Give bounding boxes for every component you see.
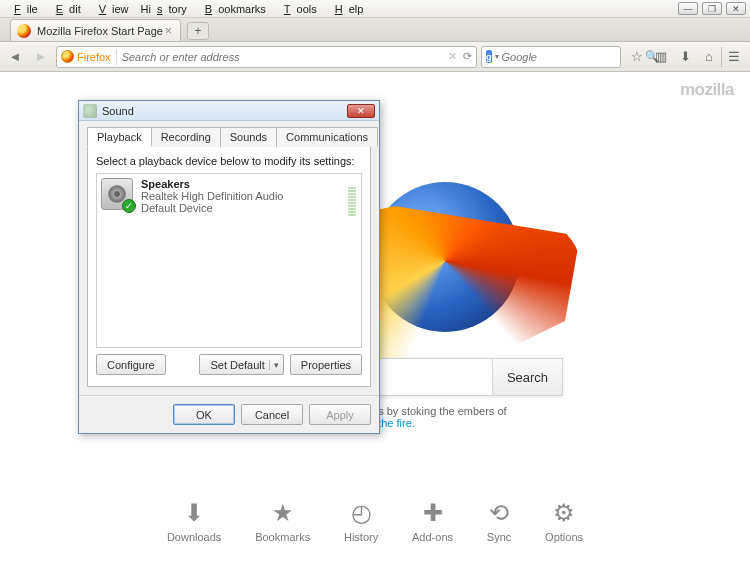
tab-playback[interactable]: Playback xyxy=(87,127,152,147)
dialog-tabs: Playback Recording Sounds Communications xyxy=(87,127,371,147)
ql-options[interactable]: ⚙Options xyxy=(545,499,583,543)
menu-edit[interactable]: Edit xyxy=(44,2,87,16)
google-engine-icon[interactable]: g xyxy=(486,50,492,63)
device-status: Default Device xyxy=(141,202,283,214)
sound-titlebar-icon xyxy=(83,104,97,118)
new-tab-button[interactable]: + xyxy=(187,22,209,40)
ok-button[interactable]: OK xyxy=(173,404,235,425)
tab-communications[interactable]: Communications xyxy=(276,127,378,147)
sound-dialog: Sound ✕ Playback Recording Sounds Commun… xyxy=(78,100,380,434)
star-icon: ★ xyxy=(272,499,294,527)
forward-button[interactable]: ► xyxy=(30,46,52,68)
quick-links: ⬇Downloads ★Bookmarks ◴History ✚Add-ons … xyxy=(150,499,600,543)
cancel-button[interactable]: Cancel xyxy=(241,404,303,425)
reload-icon[interactable]: ⟳ xyxy=(463,50,472,63)
set-default-button[interactable]: Set Default xyxy=(199,354,283,375)
browser-tab[interactable]: Mozilla Firefox Start Page × xyxy=(10,19,181,41)
speaker-device-icon: ✓ xyxy=(101,178,133,210)
firefox-icon xyxy=(61,50,74,63)
tab-title: Mozilla Firefox Start Page xyxy=(37,25,163,37)
device-driver: Realtek High Definition Audio xyxy=(141,190,283,202)
home-button[interactable]: ⌂ xyxy=(697,46,721,68)
ql-sync[interactable]: ⟲Sync xyxy=(487,499,511,543)
tab-close-button[interactable]: × xyxy=(163,24,174,38)
ql-downloads[interactable]: ⬇Downloads xyxy=(167,499,221,543)
gear-icon: ⚙ xyxy=(553,499,575,527)
menu-bookmarks[interactable]: Bookmarks xyxy=(193,2,272,16)
star-bookmark-button[interactable]: ☆ xyxy=(625,46,649,68)
tab-sounds[interactable]: Sounds xyxy=(220,127,277,147)
device-list[interactable]: ✓ Speakers Realtek High Definition Audio… xyxy=(96,173,362,348)
menu-view[interactable]: View xyxy=(87,2,135,16)
search-input[interactable] xyxy=(502,51,641,63)
menubar: FFileile Edit View History Bookmarks Too… xyxy=(0,0,750,18)
playback-panel: Select a playback device below to modify… xyxy=(87,147,371,387)
ql-addons[interactable]: ✚Add-ons xyxy=(412,499,453,543)
apply-button[interactable]: Apply xyxy=(309,404,371,425)
window-close-button[interactable]: ✕ xyxy=(726,2,746,15)
dialog-title: Sound xyxy=(102,105,134,117)
url-bar[interactable]: Firefox ✕ ⟳ xyxy=(56,46,477,68)
dialog-close-button[interactable]: ✕ xyxy=(347,104,375,118)
menu-history[interactable]: History xyxy=(135,2,193,16)
sync-icon: ⟲ xyxy=(489,499,509,527)
hamburger-menu-button[interactable]: ☰ xyxy=(722,46,746,68)
menu-file[interactable]: FFileile xyxy=(2,2,44,16)
device-item[interactable]: ✓ Speakers Realtek High Definition Audio… xyxy=(101,178,357,214)
ql-history[interactable]: ◴History xyxy=(344,499,378,543)
level-meter xyxy=(348,187,356,216)
device-name: Speakers xyxy=(141,178,283,190)
mozilla-wordmark: mozilla xyxy=(680,80,734,100)
url-input[interactable] xyxy=(122,51,444,63)
menu-tools[interactable]: Tools xyxy=(272,2,323,16)
configure-button[interactable]: Configure xyxy=(96,354,166,375)
start-page-search-button[interactable]: Search xyxy=(492,359,562,395)
puzzle-icon: ✚ xyxy=(423,499,443,527)
stop-icon[interactable]: ✕ xyxy=(448,50,457,63)
playback-instruction: Select a playback device below to modify… xyxy=(96,155,362,167)
identity-chip[interactable]: Firefox xyxy=(61,50,111,63)
window-minimize-button[interactable]: — xyxy=(678,2,698,15)
download-arrow-icon: ⬇ xyxy=(184,499,204,527)
dialog-titlebar[interactable]: Sound ✕ xyxy=(79,101,379,121)
default-check-icon: ✓ xyxy=(122,199,136,213)
back-button[interactable]: ◄ xyxy=(4,46,26,68)
menu-help[interactable]: Help xyxy=(323,2,370,16)
nav-toolbar: ◄ ► Firefox ✕ ⟳ g ▾ 🔍 ☆ ▥ ⬇ ⌂ ☰ xyxy=(0,42,750,72)
firefox-favicon-icon xyxy=(17,24,31,38)
dialog-footer: OK Cancel Apply xyxy=(79,395,379,433)
ql-bookmarks[interactable]: ★Bookmarks xyxy=(255,499,310,543)
clock-icon: ◴ xyxy=(351,499,372,527)
bookmarks-menu-button[interactable]: ▥ xyxy=(649,46,673,68)
properties-button[interactable]: Properties xyxy=(290,354,362,375)
engine-dropdown-icon[interactable]: ▾ xyxy=(495,52,499,61)
downloads-button[interactable]: ⬇ xyxy=(673,46,697,68)
tab-recording[interactable]: Recording xyxy=(151,127,221,147)
tab-strip: Mozilla Firefox Start Page × + xyxy=(0,18,750,42)
search-bar[interactable]: g ▾ 🔍 xyxy=(481,46,621,68)
window-restore-button[interactable]: ❐ xyxy=(702,2,722,15)
